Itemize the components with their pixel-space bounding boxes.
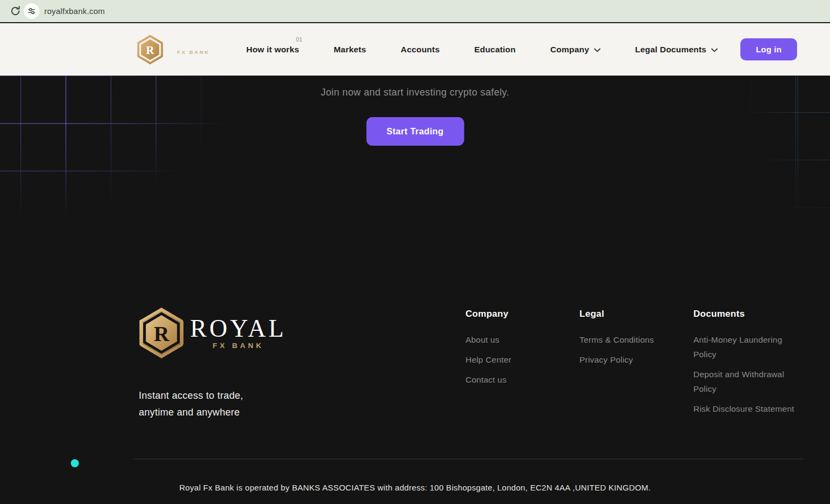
nav-label: Legal Documents	[635, 45, 706, 55]
reload-icon[interactable]	[9, 5, 21, 17]
footer-brand-subtext: FX BANK	[190, 342, 286, 350]
header-brand[interactable]: R FX BANK	[137, 35, 246, 65]
footer-col-title: Legal	[579, 309, 693, 319]
start-trading-button[interactable]: Start Trading	[366, 117, 464, 146]
main-nav: 01 How it works Markets Accounts Educati…	[246, 45, 718, 55]
footer-legal-text: Royal Fx Bank is operated by BANKS ASSOC…	[0, 483, 830, 492]
nav-label: Company	[550, 45, 589, 55]
decorative-grid-blue	[738, 76, 830, 259]
cyan-dot-decoration	[71, 459, 79, 467]
brand-subtext: FX BANK	[177, 49, 210, 55]
footer-link-contact-us[interactable]: Contact us	[465, 372, 579, 387]
footer-col-legal: Legal Terms & Conditions Privacy Policy	[579, 309, 693, 421]
cta-text: Join now and start investing crypto safe…	[0, 87, 830, 98]
decorative-grid-purple	[0, 76, 292, 254]
page: royalfxbank.com R FX BANK 01 How it	[0, 0, 830, 504]
footer-brand-name: ROYAL	[190, 317, 286, 340]
footer-link-terms[interactable]: Terms & Conditions	[579, 332, 693, 347]
chevron-down-icon	[711, 48, 718, 52]
nav-label: Accounts	[401, 45, 440, 55]
site-settings-icon[interactable]	[24, 3, 39, 19]
footer-tagline: Instant access to trade, anytime and any…	[139, 387, 243, 421]
hexagon-monogram-icon: R	[138, 308, 185, 358]
hexagon-monogram-icon: R	[137, 35, 164, 65]
footer-link-deposit-withdrawal[interactable]: Deposit and Withdrawal Policy	[693, 367, 801, 396]
footer-link-about-us[interactable]: About us	[465, 332, 579, 347]
footer-link-help-center[interactable]: Help Center	[465, 352, 579, 367]
footer-link-aml-policy[interactable]: Anti-Money Laundering Policy	[693, 332, 801, 362]
footer-brand: R ROYAL FX BANK Instant access to trade,…	[138, 308, 286, 358]
nav-label: Education	[474, 45, 516, 55]
nav-company[interactable]: Company	[550, 45, 600, 55]
nav-how-it-works[interactable]: 01 How it works	[246, 45, 299, 55]
footer-col-title: Documents	[693, 309, 801, 319]
address-bar[interactable]: royalfxbank.com	[24, 3, 105, 19]
chevron-down-icon	[594, 48, 600, 52]
footer-link-privacy[interactable]: Privacy Policy	[579, 352, 693, 367]
nav-accounts[interactable]: Accounts	[401, 45, 440, 55]
footer-col-company: Company About us Help Center Contact us	[465, 309, 579, 421]
nav-legal-documents[interactable]: Legal Documents	[635, 45, 718, 55]
nav-step-badge: 01	[296, 36, 302, 43]
browser-toolbar: royalfxbank.com	[0, 0, 830, 22]
svg-text:R: R	[154, 322, 170, 346]
footer-columns: Company About us Help Center Contact us …	[465, 309, 801, 421]
url-text[interactable]: royalfxbank.com	[44, 6, 105, 16]
svg-text:R: R	[146, 43, 154, 56]
footer-divider	[133, 459, 803, 459]
main-content: Join now and start investing crypto safe…	[0, 76, 830, 504]
footer-col-title: Company	[465, 309, 579, 319]
nav-education[interactable]: Education	[474, 45, 516, 55]
nav-label: How it works	[246, 45, 299, 55]
footer-col-documents: Documents Anti-Money Laundering Policy D…	[693, 309, 801, 421]
login-button[interactable]: Log in	[740, 38, 797, 60]
nav-label: Markets	[334, 45, 366, 55]
site-header: R FX BANK 01 How it works Markets Accoun…	[0, 23, 830, 76]
footer-link-risk-disclosure[interactable]: Risk Disclosure Statement	[693, 401, 801, 416]
nav-markets[interactable]: Markets	[334, 45, 366, 55]
